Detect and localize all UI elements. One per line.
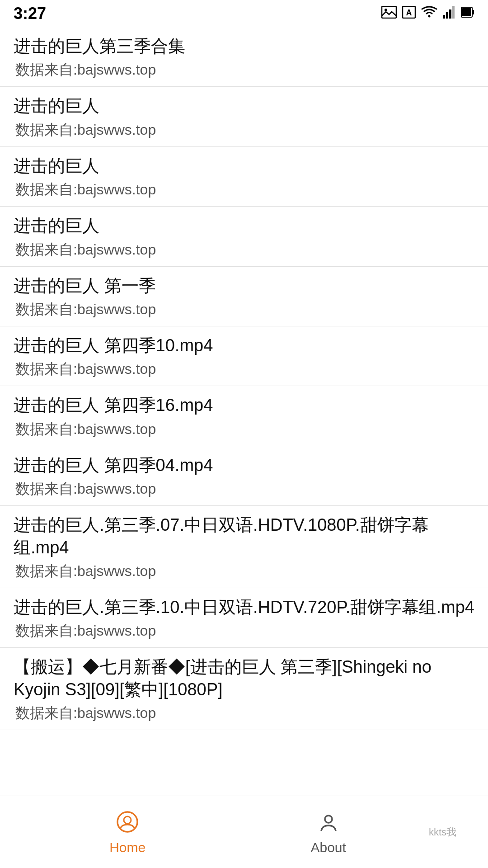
battery-icon <box>461 6 474 22</box>
item-source: 数据来自:bajswws.top <box>14 300 474 320</box>
item-source: 数据来自:bajswws.top <box>14 240 474 260</box>
svg-rect-6 <box>446 12 448 19</box>
keyboard-icon: A <box>402 6 416 22</box>
item-source: 数据来自:bajswws.top <box>14 621 474 641</box>
svg-point-4 <box>428 15 431 17</box>
svg-point-13 <box>124 816 131 824</box>
svg-text:A: A <box>406 8 412 17</box>
nav-about[interactable]: About <box>228 809 428 855</box>
list-item[interactable]: 进击的巨人 第一季数据来自:bajswws.top <box>0 267 488 326</box>
list-item[interactable]: 【搬运】◆七月新番◆[进击的巨人 第三季][Shingeki no Kyojin… <box>0 648 488 730</box>
list-item[interactable]: 进击的巨人数据来自:bajswws.top <box>0 147 488 207</box>
svg-rect-5 <box>443 15 445 19</box>
item-title: 进击的巨人 第四季04.mp4 <box>14 454 474 476</box>
nav-home[interactable]: Home <box>27 809 228 855</box>
svg-rect-7 <box>449 9 451 19</box>
list-item[interactable]: 进击的巨人 第四季04.mp4数据来自:bajswws.top <box>0 446 488 506</box>
status-bar: 3:27 A <box>0 0 488 27</box>
signal-icon <box>443 6 455 22</box>
item-title: 进击的巨人 <box>14 95 474 117</box>
svg-point-1 <box>385 9 387 11</box>
about-icon <box>316 809 341 836</box>
list-item[interactable]: 进击的巨人 第四季10.mp4数据来自:bajswws.top <box>0 326 488 386</box>
item-title: 进击的巨人.第三季.07.中日双语.HDTV.1080P.甜饼字幕组.mp4 <box>14 514 474 559</box>
svg-rect-0 <box>382 6 396 18</box>
content-list: 进击的巨人第三季合集数据来自:bajswws.top进击的巨人数据来自:bajs… <box>0 27 488 796</box>
list-item[interactable]: 进击的巨人 第四季16.mp4数据来自:bajswws.top <box>0 386 488 446</box>
item-source: 数据来自:bajswws.top <box>14 561 474 581</box>
bottom-nav: Home About kkts我 <box>0 796 488 868</box>
item-title: 【搬运】◆七月新番◆[进击的巨人 第三季][Shingeki no Kyojin… <box>14 656 474 701</box>
home-icon <box>115 809 140 836</box>
list-item[interactable]: 进击的巨人数据来自:bajswws.top <box>0 207 488 266</box>
list-item[interactable]: 进击的巨人第三季合集数据来自:bajswws.top <box>0 27 488 87</box>
svg-rect-11 <box>462 8 471 16</box>
image-icon <box>381 6 397 22</box>
svg-point-14 <box>325 816 332 823</box>
item-title: 进击的巨人 第一季 <box>14 275 474 297</box>
item-source: 数据来自:bajswws.top <box>14 180 474 200</box>
status-time: 3:27 <box>14 4 46 23</box>
wifi-icon <box>421 6 437 22</box>
item-title: 进击的巨人第三季合集 <box>14 35 474 57</box>
item-title: 进击的巨人.第三季.10.中日双语.HDTV.720P.甜饼字幕组.mp4 <box>14 596 474 618</box>
status-icons: A <box>381 6 474 22</box>
list-item[interactable]: 进击的巨人数据来自:bajswws.top <box>0 87 488 146</box>
watermark: kkts我 <box>429 826 461 839</box>
item-source: 数据来自:bajswws.top <box>14 420 474 439</box>
item-source: 数据来自:bajswws.top <box>14 703 474 723</box>
item-source: 数据来自:bajswws.top <box>14 120 474 140</box>
item-source: 数据来自:bajswws.top <box>14 60 474 80</box>
item-title: 进击的巨人 第四季10.mp4 <box>14 335 474 357</box>
item-title: 进击的巨人 <box>14 155 474 177</box>
svg-rect-10 <box>472 10 474 14</box>
item-title: 进击的巨人 第四季16.mp4 <box>14 394 474 416</box>
list-item[interactable]: 进击的巨人.第三季.07.中日双语.HDTV.1080P.甜饼字幕组.mp4数据… <box>0 506 488 588</box>
item-source: 数据来自:bajswws.top <box>14 359 474 379</box>
item-source: 数据来自:bajswws.top <box>14 479 474 499</box>
home-label: Home <box>109 840 145 855</box>
item-title: 进击的巨人 <box>14 215 474 237</box>
svg-rect-8 <box>452 6 455 19</box>
list-item[interactable]: 进击的巨人.第三季.10.中日双语.HDTV.720P.甜饼字幕组.mp4数据来… <box>0 588 488 648</box>
about-label: About <box>310 840 346 855</box>
